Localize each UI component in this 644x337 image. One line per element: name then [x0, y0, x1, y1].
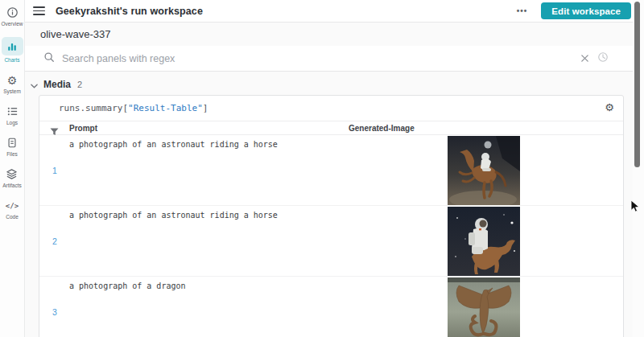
- expression-prefix: runs.summary[: [59, 103, 128, 113]
- search-icon: [43, 51, 55, 66]
- layers-icon: [5, 167, 19, 181]
- row-index-link[interactable]: 1: [46, 135, 64, 205]
- sidebar-item-overview[interactable]: Overview: [1, 6, 23, 27]
- generated-image[interactable]: [448, 277, 520, 337]
- row-index-link[interactable]: 2: [46, 206, 64, 276]
- generated-image[interactable]: [448, 136, 520, 205]
- sidebar-item-label: Artifacts: [2, 183, 21, 188]
- expression-suffix: ]: [203, 103, 208, 113]
- table-row: 3 a photograph of a dragon: [39, 277, 623, 337]
- info-icon: [6, 6, 19, 19]
- sidebar-item-label: Code: [6, 214, 19, 220]
- sidebar-item-logs[interactable]: Logs: [6, 105, 19, 125]
- sidebar-item-label: Files: [6, 151, 18, 157]
- search-history-icon[interactable]: [597, 51, 609, 66]
- top-bar: Geekyrakshit's run workspace ••• Edit wo…: [25, 0, 644, 23]
- run-name: olive-wave-337: [40, 28, 110, 40]
- panels-section: Media 2 runs.summary["Result-Table"] ⚙ P…: [25, 72, 644, 337]
- hamburger-menu-icon[interactable]: [33, 6, 45, 15]
- sidebar-item-artifacts[interactable]: Artifacts: [2, 167, 21, 188]
- result-table-panel: runs.summary["Result-Table"] ⚙ Prompt Ge…: [39, 95, 624, 337]
- table-row: 1 a photograph of an astronaut riding a …: [39, 135, 623, 206]
- sidebar-item-label: Charts: [4, 57, 19, 63]
- media-section-label: Media: [43, 79, 71, 90]
- column-header-prompt[interactable]: Prompt: [69, 124, 97, 133]
- gear-icon: ⚙: [5, 73, 19, 87]
- prompt-cell: a photograph of an astronaut riding a ho…: [69, 211, 278, 220]
- generated-image[interactable]: [448, 207, 520, 276]
- chevron-down-icon: [31, 77, 38, 92]
- scrollbar-thumb[interactable]: [634, 2, 640, 167]
- page-title: Geekyrakshit's run workspace: [56, 6, 203, 17]
- panel-settings-gear-icon[interactable]: ⚙: [605, 101, 614, 113]
- clear-search-icon[interactable]: [580, 51, 589, 66]
- document-icon: [6, 136, 19, 150]
- sidebar-item-label: Overview: [1, 21, 23, 27]
- row-index-link[interactable]: 3: [46, 277, 64, 337]
- search-input[interactable]: Search panels with regex: [62, 53, 175, 64]
- table-row: 2 a photograph of an astronaut riding a …: [39, 206, 623, 277]
- prompt-cell: a photograph of an astronaut riding a ho…: [69, 140, 278, 149]
- sidebar-item-label: Logs: [6, 120, 18, 125]
- wandb-run-workspace: Overview Charts ⚙ System Logs Files: [0, 0, 644, 337]
- bar-chart-icon: [6, 39, 19, 53]
- media-section-count: 2: [77, 80, 82, 89]
- panel-expression[interactable]: runs.summary["Result-Table"] ⚙: [39, 96, 623, 121]
- panel-search-bar[interactable]: Search panels with regex: [25, 46, 644, 72]
- sidebar-item-system[interactable]: ⚙ System: [3, 73, 21, 94]
- sidebar-item-charts[interactable]: Charts: [2, 37, 23, 63]
- sidebar-item-code[interactable]: </> Code: [6, 199, 19, 220]
- prompt-cell: a photograph of a dragon: [69, 282, 186, 290]
- more-options-icon[interactable]: •••: [517, 7, 528, 15]
- column-header-generated-image[interactable]: Generated-Image: [349, 124, 415, 133]
- sidebar-item-files[interactable]: Files: [6, 136, 19, 157]
- table-header-row: Prompt Generated-Image: [39, 121, 623, 135]
- run-name-row: olive-wave-337: [25, 23, 644, 46]
- code-icon: </>: [6, 199, 19, 212]
- media-section-header[interactable]: Media 2: [31, 77, 82, 92]
- sidebar-item-label: System: [3, 88, 21, 94]
- sidebar: Overview Charts ⚙ System Logs Files: [0, 0, 25, 337]
- edit-workspace-button[interactable]: Edit workspace: [541, 2, 631, 19]
- list-icon: [6, 105, 19, 118]
- expression-string: "Result-Table": [128, 103, 203, 113]
